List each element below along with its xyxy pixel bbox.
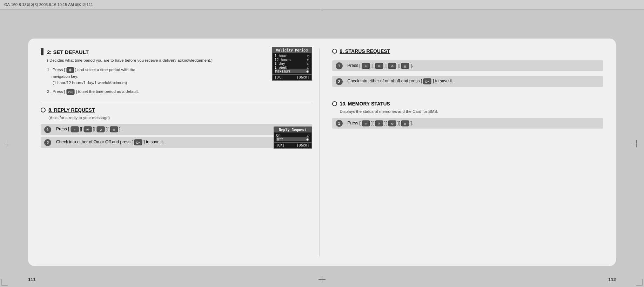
- svg-text:⚙: ⚙: [100, 128, 102, 131]
- step1-prefix: 1 : Press [: [47, 68, 65, 72]
- memory-status-title: 10. MEMORY STATUS: [340, 101, 390, 107]
- starus-request-title: 9. STARUS REQUEST: [340, 48, 390, 54]
- rr-screen-footer: [OK] [Back]: [274, 142, 311, 148]
- rr-item-on: On○: [276, 134, 309, 137]
- set-default-header: 2: SET DEFAULT: [41, 48, 312, 55]
- svg-text:OK: OK: [136, 141, 140, 144]
- set-default-bar-icon: [41, 48, 43, 55]
- starus-request-dot: [332, 49, 337, 54]
- starus-step1-text: Press [ ≡ ][ ✉ ][ ⚙ ][ ▤ ].: [348, 63, 413, 69]
- rr-item-off: Off●: [276, 137, 309, 141]
- starus-step1-badge: 1: [336, 62, 343, 69]
- crosshair-right: [633, 140, 640, 147]
- reply-step1-badge: 1: [44, 126, 51, 133]
- step2-suffix: ] to set the time period as a default.: [76, 89, 139, 94]
- memory-status-header: 10. MEMORY STATUS: [332, 101, 604, 107]
- reply-request-screen: Reply Request On○ Off● [OK] [Back]: [274, 127, 312, 149]
- set-default-desc: ( Decides what time period you are to ha…: [47, 57, 268, 63]
- step1-nav-icon: [66, 68, 75, 72]
- svg-text:▤: ▤: [113, 128, 115, 131]
- svg-text:✉: ✉: [378, 64, 381, 68]
- memory-status-desc: Displays the status of memories and the …: [340, 109, 604, 114]
- memory-step1-row: 1 Press [ ≡ ][ ✉ ][ ⚙ ][ ▤ ].: [332, 118, 604, 129]
- step2-prefix: 2 : Press [: [47, 89, 65, 94]
- svg-text:OK: OK: [425, 80, 430, 83]
- step2-ok-icon: OK: [66, 89, 76, 94]
- reply-step1-row: 1 Press [ ≡ ][ ✉ ][ ⚙ ][ ▤ ].: [41, 124, 312, 135]
- divider-1: [41, 102, 312, 102]
- reply-step2-row: 2 Check into either of On or Off and pre…: [41, 137, 312, 148]
- vp-item-1week: 1 week○: [275, 66, 309, 69]
- reply-request-desc: (Asks for a reply to your message): [48, 116, 312, 120]
- step1-sub: (1 hour/12 hours/1 day/1 week/Maximum): [47, 81, 127, 85]
- vp-item-max: Maximum●: [275, 69, 309, 73]
- starus-step1-row: 1 Press [ ≡ ][ ✉ ][ ⚙ ][ ▤ ].: [332, 60, 604, 71]
- starus-step2-row: 2 Check into either of on of off and pre…: [332, 76, 604, 87]
- set-default-step1: 1 : Press [ ] and select a time period w…: [47, 67, 268, 86]
- corner-br: [636, 279, 643, 286]
- svg-text:⚙: ⚙: [391, 65, 393, 68]
- reply-step2-badge: 2: [44, 139, 51, 146]
- reply-request-steps: 1 Press [ ≡ ][ ✉ ][ ⚙ ][ ▤ ]. 2 Check in…: [41, 124, 312, 148]
- reply-step2-text: Check into either of On or Off and press…: [56, 139, 164, 145]
- starus-request-steps: 1 Press [ ≡ ][ ✉ ][ ⚙ ][ ▤ ]. 2 Check in…: [332, 60, 604, 87]
- set-default-steps: 1 : Press [ ] and select a time period w…: [47, 67, 268, 95]
- reply-request-title: 8. REPLY REQUEST: [48, 107, 95, 113]
- svg-text:≡: ≡: [74, 128, 75, 131]
- crosshair-bottom: [318, 276, 326, 283]
- vp-item-1day: 1 day○: [275, 62, 309, 66]
- reply-request-header: 8. REPLY REQUEST: [41, 107, 312, 113]
- set-default-title: 2: SET DEFAULT: [47, 49, 89, 55]
- vp-item-12hr: 12 hours○: [275, 58, 309, 62]
- right-column: 9. STARUS REQUEST 1 Press [ ≡ ][ ✉ ][ ⚙ …: [320, 48, 604, 256]
- vp-screen-footer: [OK] [Back]: [273, 74, 311, 80]
- reply-step2-container: 2 Check into either of On or Off and pre…: [41, 137, 312, 148]
- svg-text:⚙: ⚙: [391, 122, 393, 125]
- validity-period-screen: Validity Period 1 hour○ 12 hours○ 1 day○…: [272, 47, 312, 81]
- memory-status-dot: [332, 101, 337, 106]
- svg-text:≡: ≡: [365, 64, 367, 68]
- starus-step2-text: Check into either of on of off and press…: [348, 78, 453, 84]
- left-column: 2: SET DEFAULT ( Decides what time perio…: [41, 48, 320, 256]
- starus-request-header: 9. STARUS REQUEST: [332, 48, 604, 54]
- vp-screen-title: Validity Period: [273, 48, 311, 53]
- corner-bl: [1, 279, 8, 286]
- starus-step2-badge: 2: [336, 78, 343, 85]
- svg-text:OK: OK: [68, 90, 73, 94]
- svg-text:▤: ▤: [404, 65, 407, 68]
- svg-text:✉: ✉: [378, 122, 381, 125]
- svg-text:≡: ≡: [365, 122, 367, 125]
- page-number-left: 111: [28, 277, 36, 282]
- content-card: 2: SET DEFAULT ( Decides what time perio…: [28, 39, 616, 266]
- svg-text:▤: ▤: [404, 122, 407, 125]
- memory-step1-text: Press [ ≡ ][ ✉ ][ ⚙ ][ ▤ ].: [348, 120, 413, 127]
- reply-step1-text: Press [ ≡ ][ ✉ ][ ⚙ ][ ▤ ].: [56, 126, 122, 132]
- reply-request-dot: [41, 108, 46, 112]
- crosshair-left: [4, 140, 11, 147]
- header-bar: GA-160-8-13페이지 2003.8.16 10:15 AM 페이지111: [0, 0, 644, 10]
- svg-text:✉: ✉: [86, 128, 89, 131]
- header-text: GA-160-8-13페이지 2003.8.16 10:15 AM 페이지111: [4, 2, 93, 7]
- memory-step1-badge: 1: [336, 120, 343, 127]
- set-default-step2: 2 : Press [ OK ] to set the time period …: [47, 88, 268, 95]
- rr-screen-title: Reply Request: [274, 127, 311, 132]
- page-number-right: 112: [608, 277, 616, 282]
- vp-item-1hr: 1 hour○: [275, 54, 309, 58]
